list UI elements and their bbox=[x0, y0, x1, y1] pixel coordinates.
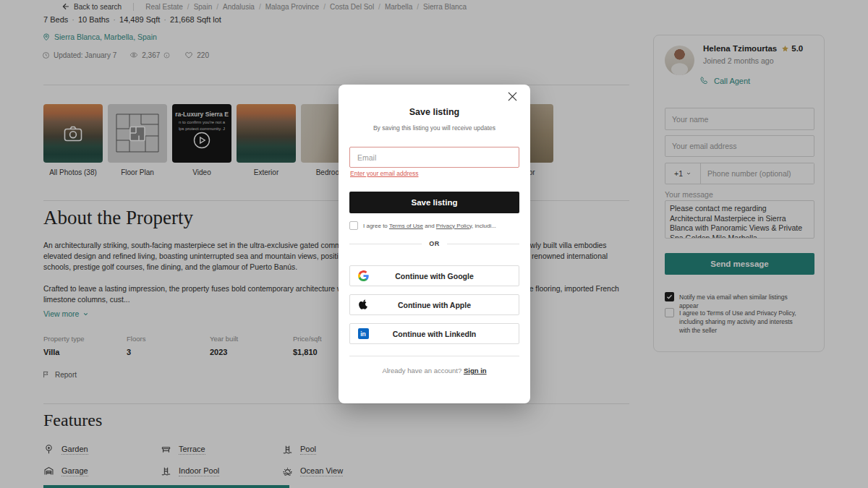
apple-icon bbox=[357, 299, 369, 311]
close-icon[interactable] bbox=[508, 92, 517, 101]
continue-linkedin-button[interactable]: in Continue with LinkedIn bbox=[349, 323, 519, 344]
listing-page: Back to search Real Estate/ Spain/ Andal… bbox=[0, 0, 868, 488]
email-error-message: Enter your email address bbox=[350, 170, 419, 177]
modal-subtitle: By saving this listing you will receive … bbox=[339, 124, 530, 132]
modal-agree-text: I agree to Terms of Use and Privacy Poli… bbox=[363, 223, 496, 229]
modal-title: Save listing bbox=[339, 107, 530, 117]
modal-email-input[interactable] bbox=[349, 147, 519, 168]
linkedin-icon: in bbox=[357, 328, 369, 339]
modal-agree-checkbox[interactable] bbox=[349, 221, 358, 230]
privacy-link[interactable]: Privacy Policy bbox=[436, 223, 472, 229]
sign-in-link[interactable]: Sign in bbox=[464, 367, 487, 374]
continue-apple-button[interactable]: Continue with Apple bbox=[349, 294, 519, 315]
continue-google-button[interactable]: Continue with Google bbox=[349, 265, 519, 286]
or-divider: OR bbox=[349, 240, 519, 247]
save-listing-modal: Save listing By saving this listing you … bbox=[339, 85, 530, 403]
save-listing-button[interactable]: Save listing bbox=[349, 192, 519, 213]
signin-row: Already have an account? Sign in bbox=[339, 367, 530, 374]
google-icon bbox=[357, 270, 369, 281]
modal-agree-row[interactable]: I agree to Terms of Use and Privacy Poli… bbox=[349, 221, 496, 230]
modal-divider bbox=[349, 356, 519, 356]
terms-link[interactable]: Terms of Use bbox=[389, 223, 423, 229]
